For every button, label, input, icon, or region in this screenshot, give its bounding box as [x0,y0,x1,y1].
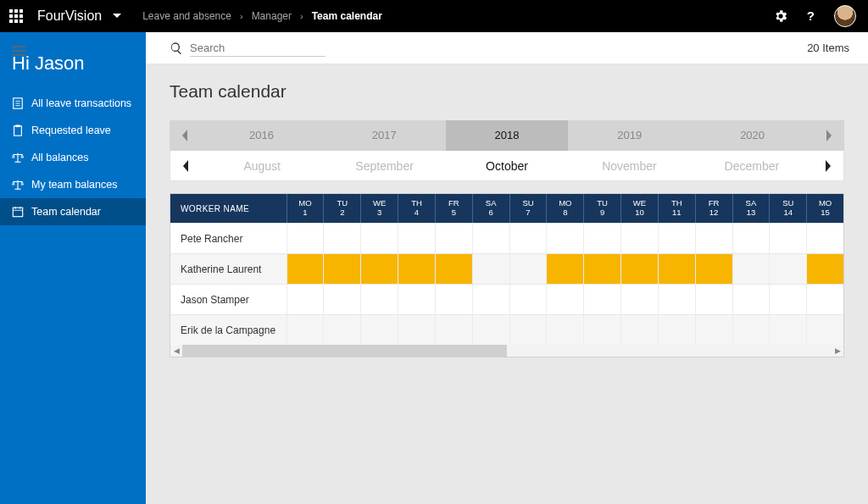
svg-text:?: ? [807,8,815,23]
calendar-cell[interactable] [769,224,806,253]
month-december[interactable]: December [691,151,813,181]
calendar-cell[interactable] [583,224,620,253]
calendar-cell[interactable] [472,285,509,314]
sidebar-item-my-team-balances[interactable]: My team balances [0,171,146,198]
user-avatar[interactable] [834,5,856,27]
calendar-cell[interactable] [472,254,509,284]
calendar-cell[interactable] [323,224,360,253]
calendar-cell[interactable] [360,285,398,314]
calendar-cell[interactable] [806,254,843,284]
calendar-cell[interactable] [398,285,435,314]
calendar-cell[interactable] [658,285,695,314]
calendar-cell[interactable] [806,315,843,345]
month-october[interactable]: October [446,151,568,181]
calendar-cell[interactable] [658,224,695,253]
breadcrumb-level-1[interactable]: Leave and absence [142,10,231,22]
calendar-cell[interactable] [287,285,324,314]
year-selector: 20162017201820192020 [170,120,844,151]
sidebar-item-requested-leave[interactable]: Requested leave [0,117,146,144]
calendar-cell[interactable] [695,315,732,345]
calendar-cell[interactable] [398,224,435,253]
search-input[interactable] [190,40,326,57]
calendar-cell[interactable] [398,315,435,345]
year-next-button[interactable] [814,120,844,151]
calendar-cell[interactable] [769,254,806,284]
calendar-cell[interactable] [509,224,547,253]
app-launcher-icon[interactable] [0,0,32,32]
calendar-cell[interactable] [360,315,398,345]
calendar-cell[interactable] [620,285,658,314]
brand-name[interactable]: FourVision [32,8,107,24]
year-2018[interactable]: 2018 [446,120,569,151]
breadcrumb-level-3[interactable]: Team calendar [312,10,382,22]
topbar: FourVision Leave and absence › Manager ›… [0,0,868,32]
calendar-cell[interactable] [732,224,770,253]
month-prev-button[interactable] [170,151,201,181]
scroll-thumb[interactable] [182,345,507,357]
year-prev-button[interactable] [170,120,200,151]
breadcrumb-level-2[interactable]: Manager [252,10,292,22]
item-count: 20 Items [807,42,849,54]
calendar-cell[interactable] [398,254,435,284]
calendar-cell[interactable] [546,254,583,284]
calendar-cell[interactable] [546,285,583,314]
calendar-cell[interactable] [509,315,547,345]
calendar-cell[interactable] [360,254,398,284]
gear-icon[interactable] [773,8,788,24]
calendar-cell[interactable] [583,315,620,345]
calendar-cell[interactable] [583,285,620,314]
month-november[interactable]: November [568,151,690,181]
year-2019[interactable]: 2019 [568,120,691,151]
month-next-button[interactable] [813,151,843,181]
calendar-cell[interactable] [583,254,620,284]
calendar-cell[interactable] [509,254,547,284]
calendar-cell[interactable] [658,254,695,284]
calendar-cell[interactable] [658,315,695,345]
calendar-cell[interactable] [435,224,472,253]
calendar-cell[interactable] [287,224,324,253]
year-2020[interactable]: 2020 [691,120,814,151]
month-august[interactable]: August [201,151,323,181]
calendar-cell[interactable] [769,285,806,314]
calendar-cell[interactable] [695,285,732,314]
calendar-cell[interactable] [323,315,360,345]
calendar-cell[interactable] [546,224,583,253]
calendar-cell[interactable] [769,315,806,345]
calendar-cell[interactable] [620,224,658,253]
calendar-cell[interactable] [472,315,509,345]
calendar-cell[interactable] [806,285,843,314]
menu-icon[interactable] [12,46,25,56]
calendar-cell[interactable] [732,285,770,314]
brand-switcher-icon[interactable] [107,0,127,32]
calendar-cell[interactable] [546,315,583,345]
calendar-cell[interactable] [435,254,472,284]
sidebar-item-team-calendar[interactable]: Team calendar [0,198,146,225]
calendar-cell[interactable] [435,315,472,345]
calendar-cell[interactable] [732,254,770,284]
scroll-left-icon[interactable]: ◀ [170,345,182,357]
chevron-right-icon: › [300,11,303,21]
calendar-cell[interactable] [509,285,547,314]
calendar-cell[interactable] [695,224,732,253]
help-icon[interactable]: ? [804,8,819,24]
calendar-cell[interactable] [472,224,509,253]
year-2017[interactable]: 2017 [323,120,446,151]
calendar-cell[interactable] [806,224,843,253]
calendar-cell[interactable] [287,254,324,284]
scroll-right-icon[interactable]: ▶ [832,345,843,357]
horizontal-scrollbar[interactable]: ◀ ▶ [170,345,843,357]
calendar-cell[interactable] [360,224,398,253]
calendar-cell[interactable] [323,254,360,284]
calendar-cell[interactable] [620,254,658,284]
month-september[interactable]: September [323,151,445,181]
year-2016[interactable]: 2016 [200,120,323,151]
calendar-cell[interactable] [287,315,324,345]
calendar-cell[interactable] [323,285,360,314]
table-row: Jason Stamper [170,284,843,314]
calendar-cell[interactable] [620,315,658,345]
calendar-cell[interactable] [732,315,770,345]
calendar-cell[interactable] [435,285,472,314]
sidebar-item-all-balances[interactable]: All balances [0,144,146,171]
sidebar-item-all-leave-transactions[interactable]: All leave transactions [0,90,146,117]
calendar-cell[interactable] [695,254,732,284]
